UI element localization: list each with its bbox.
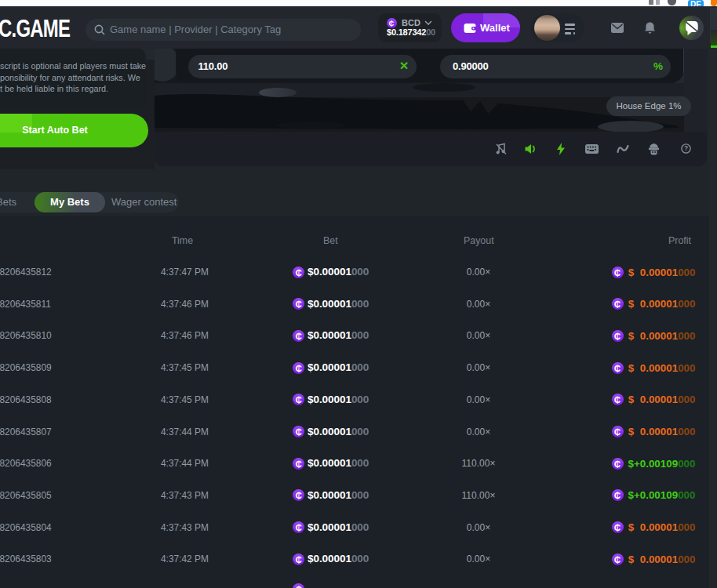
svg-text:?: ? — [684, 144, 688, 152]
